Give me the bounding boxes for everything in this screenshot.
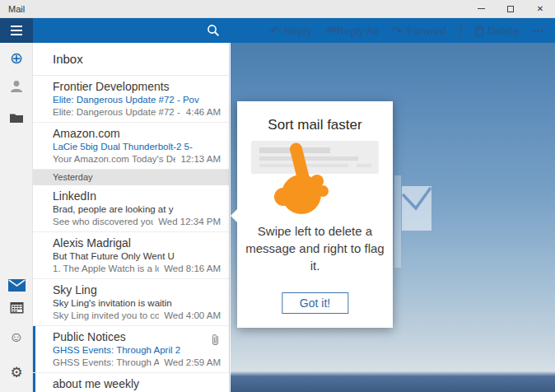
mail-nav-button[interactable] (0, 279, 33, 294)
message-preview: Sky Ling invited you to conn (53, 310, 159, 320)
calendar-nav-button[interactable] (0, 301, 33, 316)
reply-all-icon: ↶↶ (326, 25, 333, 37)
message-sender: Public Notices (53, 330, 229, 343)
maximize-icon (507, 6, 514, 12)
folder-title: Inbox (53, 52, 83, 66)
pointing-hand-icon (272, 142, 331, 218)
window-controls: ✕ (466, 0, 555, 17)
mail-app-window: Mail ✕ ↶ Reply ↶↶ Reply All (0, 0, 555, 392)
settings-button[interactable]: ⚙ (0, 366, 33, 380)
calendar-icon (10, 301, 24, 314)
minimize-icon (478, 8, 485, 9)
smiley-icon: ☺ (9, 329, 23, 345)
person-icon (9, 79, 24, 94)
forward-icon: ↷ (393, 25, 403, 37)
search-button[interactable] (203, 21, 223, 40)
message-time: Wed 12:34 PM (158, 217, 221, 226)
reply-icon: ↶ (270, 25, 281, 37)
message-list-item[interactable]: Alexis Madrigal But That Future Only Wen… (33, 232, 229, 279)
delete-button[interactable]: Delete (475, 25, 520, 37)
message-subject: LaCie 5big Dual Thunderbolt-2 5- (53, 142, 229, 152)
message-subject: GHSS Events: Through April 2 (53, 345, 229, 355)
message-list-pane: Inbox Frontier Developments Elite: Dange… (33, 43, 230, 392)
message-list-item[interactable]: Sky Ling Sky Ling's invitation is waitin… (33, 279, 229, 326)
message-time: Wed 4:00 AM (164, 310, 221, 320)
message-list-items: Frontier Developments Elite: Dangerous U… (33, 76, 229, 392)
window-title: Mail (8, 4, 25, 14)
reply-button[interactable]: ↶ Reply (270, 25, 312, 37)
message-subject: Elite: Dangerous Update #72 - Pov (53, 95, 229, 105)
message-sender: Sky Ling (53, 283, 229, 296)
popup-callout-arrow (231, 209, 237, 222)
folder-header: Inbox (33, 43, 229, 76)
message-sender: Amazon.com (53, 127, 229, 140)
trash-icon (475, 26, 484, 36)
message-time: 4:46 AM (186, 107, 221, 117)
message-preview: See who discovered you on (53, 217, 153, 226)
popup-message: Swipe left to delete a message and right… (245, 222, 385, 274)
message-preview: Elite: Dangerous Update #72 - Pov (53, 107, 181, 117)
message-sender: Alexis Madrigal (53, 236, 229, 250)
command-bar: ↶ Reply ↶↶ Reply All ↷ Forward (0, 18, 555, 43)
hamburger-menu-button[interactable] (0, 18, 33, 43)
watermark-accent-bar (394, 175, 401, 268)
message-actions: ↶ Reply ↶↶ Reply All ↷ Forward (270, 18, 548, 43)
message-sender: about me weekly (53, 377, 229, 390)
message-list-item[interactable]: Amazon.com LaCie 5big Dual Thunderbolt-2… (33, 123, 229, 170)
unread-indicator (33, 326, 35, 372)
mail-icon (8, 279, 26, 292)
navigation-rail: ⊕ (0, 43, 33, 392)
close-button[interactable]: ✕ (525, 0, 555, 17)
hamburger-icon (11, 26, 22, 27)
message-list-item[interactable]: about me weekly (33, 373, 229, 392)
message-list-item[interactable]: Public Notices GHSS Events: Through Apri… (33, 326, 229, 373)
attachment-icon (212, 334, 219, 348)
message-preview: 1. The Apple Watch is a lock-i (53, 264, 159, 273)
message-subject: Brad, people are looking at y (53, 204, 229, 214)
reply-all-button[interactable]: ↶↶ Reply All (326, 25, 379, 37)
minimize-button[interactable] (466, 0, 496, 17)
message-sender: Frontier Developments (53, 80, 229, 93)
coachmark-popup: Sort mail faster Swipe left to delete a … (237, 101, 393, 328)
maximize-button[interactable] (496, 0, 525, 17)
mail-watermark-icon (402, 186, 431, 234)
accounts-button[interactable] (0, 79, 33, 96)
popup-title: Sort mail faster (237, 117, 393, 133)
message-subject: But That Future Only Went U (53, 251, 229, 261)
feedback-button[interactable]: ☺ (0, 330, 33, 344)
date-group-divider: Yesterday (33, 170, 229, 185)
toolbar-divider (460, 25, 461, 37)
gear-icon: ⚙ (10, 365, 22, 380)
message-preview: GHSS Events: Through April 2 (53, 357, 159, 367)
add-icon: ⊕ (10, 49, 23, 67)
message-preview: Your Amazon.com Today's Deals : (53, 154, 175, 164)
more-actions-button[interactable]: ••• (533, 26, 545, 35)
got-it-button[interactable]: Got it! (282, 292, 348, 314)
folders-button[interactable] (0, 112, 33, 126)
message-subject: Sky Ling's invitation is waitin (53, 298, 229, 308)
message-time: 12:13 AM (180, 154, 221, 164)
search-icon (207, 24, 220, 37)
message-list-item[interactable]: LinkedIn Brad, people are looking at y S… (33, 185, 229, 232)
folder-icon (9, 112, 24, 124)
titlebar: Mail ✕ (0, 0, 555, 18)
message-time: Wed 2:59 AM (164, 357, 221, 367)
forward-button[interactable]: ↷ Forward (393, 25, 446, 37)
message-sender: LinkedIn (53, 189, 229, 203)
unread-indicator (33, 373, 35, 392)
message-list-item[interactable]: Frontier Developments Elite: Dangerous U… (33, 76, 229, 123)
new-mail-button[interactable]: ⊕ (0, 50, 33, 66)
message-time: Wed 8:16 AM (164, 264, 221, 273)
